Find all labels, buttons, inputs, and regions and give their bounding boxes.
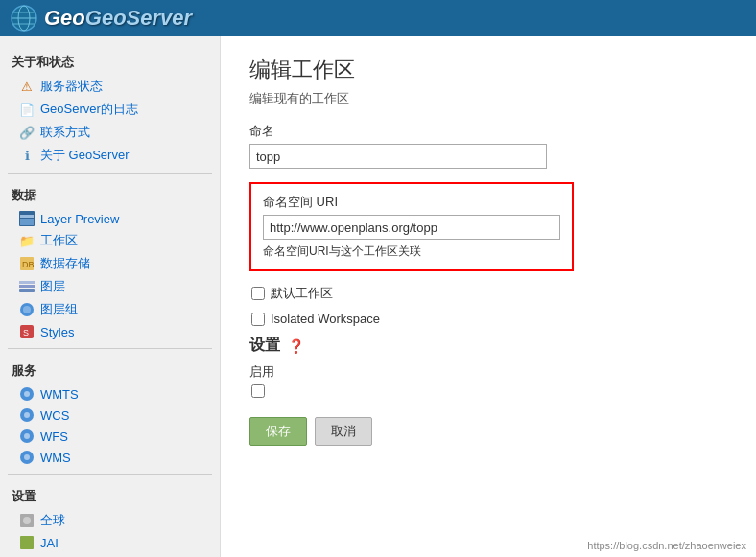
- section-services: 服务: [0, 355, 220, 383]
- svg-text:DB: DB: [22, 260, 35, 269]
- svg-rect-10: [19, 289, 35, 292]
- header: GeoGeoServer: [0, 0, 756, 36]
- svg-rect-27: [20, 536, 34, 549]
- uri-note: 命名空间URI与这个工作区关联: [263, 244, 560, 260]
- sidebar-item-wfs[interactable]: WFS: [0, 426, 220, 447]
- footer-url: https://blog.csdn.net/zhaoenweiex: [587, 540, 746, 551]
- uri-input[interactable]: [263, 215, 560, 240]
- default-workspace-label[interactable]: 默认工作区: [271, 285, 333, 302]
- globe-icon: [10, 4, 38, 33]
- sidebar-item-server-status[interactable]: ⚠ 服务器状态: [0, 75, 220, 98]
- svg-point-14: [23, 306, 31, 313]
- section-about: 关于和状态: [0, 46, 220, 75]
- sidebar-item-datastores[interactable]: DB 数据存储: [0, 252, 220, 275]
- enabled-checkbox[interactable]: [251, 384, 265, 398]
- sidebar-item-global[interactable]: 全球: [0, 509, 220, 532]
- enabled-label: 启用: [249, 363, 727, 381]
- section-data: 数据: [0, 179, 220, 208]
- default-workspace-checkbox[interactable]: [251, 287, 265, 300]
- sidebar-item-workspaces[interactable]: 📁 工作区: [0, 229, 220, 252]
- sidebar-item-coverage-access[interactable]: 覆盖率访问: [0, 553, 220, 557]
- sidebar-item-layer-preview[interactable]: Layer Preview: [0, 208, 220, 229]
- divider-2: [8, 348, 212, 349]
- svg-point-20: [24, 412, 30, 418]
- save-button[interactable]: 保存: [249, 417, 307, 446]
- button-row: 保存 取消: [249, 417, 727, 446]
- svg-rect-12: [19, 281, 35, 284]
- sidebar-item-wms[interactable]: WMS: [0, 447, 220, 468]
- jai-icon: [19, 535, 35, 550]
- doc-icon: 📄: [19, 102, 35, 117]
- name-group: 命名: [249, 123, 727, 169]
- section-settings: 设置: [0, 480, 220, 509]
- app-title: GeoGeoServer: [44, 6, 192, 31]
- info-circle-icon: ℹ: [19, 148, 35, 163]
- sidebar-item-styles[interactable]: S Styles: [0, 321, 220, 342]
- isolated-workspace-checkbox[interactable]: [251, 313, 265, 326]
- sidebar-item-geoserver-log[interactable]: 📄 GeoServer的日志: [0, 98, 220, 121]
- sidebar-item-jai[interactable]: JAI: [0, 532, 220, 553]
- help-icon[interactable]: ❓: [288, 338, 304, 354]
- divider-1: [8, 173, 212, 174]
- sidebar: 关于和状态 ⚠ 服务器状态 📄 GeoServer的日志 🔗 联系方式 ℹ 关于…: [0, 36, 221, 557]
- folder-icon: 📁: [19, 233, 35, 248]
- svg-rect-7: [20, 215, 34, 218]
- svg-point-24: [24, 454, 30, 460]
- app-layout: 关于和状态 ⚠ 服务器状态 📄 GeoServer的日志 🔗 联系方式 ℹ 关于…: [0, 36, 756, 557]
- warning-icon: ⚠: [19, 79, 35, 94]
- layers-icon: [19, 279, 35, 294]
- sidebar-item-layer-groups[interactable]: 图层组: [0, 298, 220, 321]
- isolated-workspace-row: Isolated Workspace: [249, 312, 727, 326]
- sidebar-item-contact[interactable]: 🔗 联系方式: [0, 121, 220, 144]
- sidebar-item-layers[interactable]: 图层: [0, 275, 220, 298]
- page-subtitle: 编辑现有的工作区: [249, 90, 727, 107]
- divider-3: [8, 474, 212, 475]
- name-label: 命名: [249, 123, 727, 140]
- svg-text:S: S: [23, 328, 29, 337]
- wmts-icon: [19, 386, 35, 402]
- svg-point-22: [24, 433, 30, 439]
- svg-point-18: [24, 391, 30, 397]
- cancel-button[interactable]: 取消: [315, 417, 372, 446]
- styles-icon: S: [19, 324, 35, 339]
- default-workspace-row: 默认工作区: [249, 285, 727, 302]
- wms-icon: [19, 450, 35, 465]
- sidebar-item-about[interactable]: ℹ 关于 GeoServer: [0, 144, 220, 167]
- sidebar-item-wcs[interactable]: WCS: [0, 405, 220, 426]
- wfs-icon: [19, 429, 35, 444]
- name-input[interactable]: [249, 144, 547, 169]
- svg-rect-6: [20, 219, 34, 225]
- global-icon: [19, 513, 35, 528]
- svg-rect-11: [19, 285, 35, 288]
- datastore-icon: DB: [19, 256, 35, 271]
- sidebar-item-wmts[interactable]: WMTS: [0, 383, 220, 405]
- layer-groups-icon: [19, 302, 35, 317]
- uri-label: 命名空间 URI: [263, 194, 560, 211]
- logo: GeoGeoServer: [10, 4, 192, 33]
- svg-point-26: [23, 517, 31, 524]
- main-content: 编辑工作区 编辑现有的工作区 命名 命名空间 URI 命名空间URI与这个工作区…: [221, 36, 756, 557]
- uri-highlight-box: 命名空间 URI 命名空间URI与这个工作区关联: [249, 182, 574, 271]
- link-icon: 🔗: [19, 125, 35, 140]
- isolated-workspace-label[interactable]: Isolated Workspace: [271, 312, 380, 326]
- page-title: 编辑工作区: [249, 56, 727, 84]
- settings-section-title: 设置 ❓: [249, 336, 727, 356]
- layer-preview-icon: [19, 211, 35, 226]
- wcs-icon: [19, 407, 35, 423]
- enabled-row: [249, 384, 727, 398]
